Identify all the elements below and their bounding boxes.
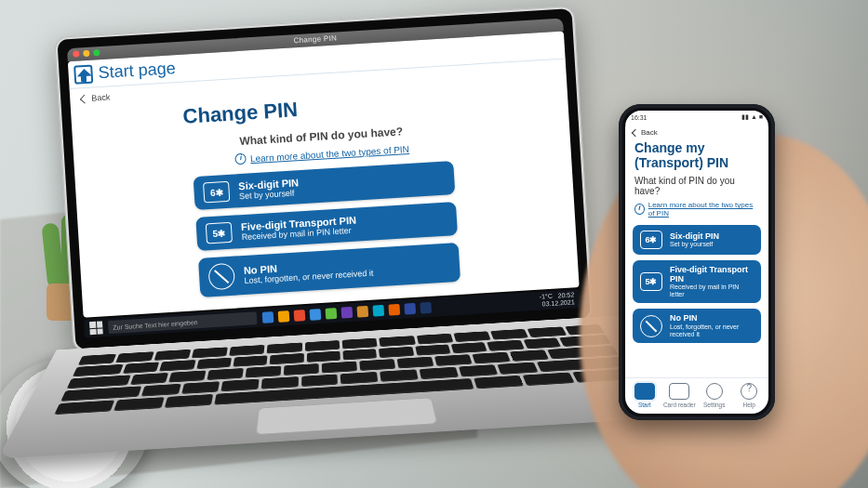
search-placeholder: Zur Suche Text hier eingeben (113, 319, 198, 331)
taskbar-app-icon[interactable] (341, 307, 354, 319)
phone-learn-more-text: Learn more about the two types of PIN (648, 201, 759, 218)
app-window: Start page Back Change PIN What kind of … (68, 32, 580, 318)
taskbar-temp: -1°C (540, 293, 553, 300)
help-icon (741, 383, 757, 400)
nav-help[interactable]: Help (732, 383, 768, 408)
six-pin-icon: 6✱ (640, 231, 662, 249)
taskbar-clock[interactable]: -1°C 20:52 03.12.2021 (540, 292, 575, 309)
option-desc: Lost, forgotten, or never received it (670, 323, 754, 337)
option-title: Six-digit PIN (670, 232, 719, 241)
phone-page-title: Change my (Transport) PIN (625, 138, 768, 176)
phone-learn-more-link[interactable]: Learn more about the two types of PIN (625, 201, 768, 225)
phone-option-six-digit-pin[interactable]: 6✱ Six-digit PIN Set by yourself (633, 225, 761, 255)
pin-options: 6✱ Six-digit PIN Set by yourself 5✱ Five… (113, 156, 541, 303)
photo-scene: Change PIN Start page Back Change PIN Wh… (0, 0, 868, 488)
phone-option-no-pin[interactable]: No PIN Lost, forgotten, or never receive… (633, 309, 761, 343)
home-icon (634, 383, 655, 400)
no-pin-icon (207, 263, 235, 291)
window-title: Change PIN (293, 33, 337, 45)
option-desc: Set by yourself (670, 241, 719, 248)
five-pin-icon: 5✱ (206, 222, 233, 244)
taskbar-app-icon[interactable] (262, 311, 274, 323)
smartphone: 16:31 ▮▮ ▲ ■ Back Change my (Transport) … (619, 104, 775, 420)
taskbar-app-icon[interactable] (388, 304, 400, 316)
back-label: Back (91, 92, 111, 102)
phone-option-five-digit-transport-pin[interactable]: 5✱ Five-digit Transport PIN Received by … (633, 260, 761, 303)
six-pin-icon: 6✱ (203, 181, 230, 204)
back-button[interactable]: Back (70, 86, 122, 110)
window-minimize-icon[interactable] (83, 50, 89, 57)
laptop-screen: Change PIN Start page Back Change PIN Wh… (57, 8, 590, 350)
taskbar-search[interactable]: Zur Suche Text hier eingeben (108, 311, 258, 334)
phone-screen: 16:31 ▮▮ ▲ ■ Back Change my (Transport) … (625, 111, 768, 414)
taskbar-app-icon[interactable] (310, 309, 322, 321)
phone-page-subtitle: What kind of PIN do you have? (625, 176, 768, 201)
phone-status-bar: 16:31 ▮▮ ▲ ■ (625, 111, 768, 124)
window-maximize-icon[interactable] (93, 49, 100, 56)
five-pin-icon: 5✱ (640, 272, 662, 291)
laptop-lid: Change PIN Start page Back Change PIN Wh… (54, 6, 594, 353)
phone-back-label: Back (641, 128, 658, 137)
no-pin-icon (640, 315, 662, 337)
gear-icon (706, 383, 723, 400)
taskbar-app-icon[interactable] (372, 305, 384, 317)
taskbar-date: 03.12.2021 (541, 298, 574, 307)
option-title: No PIN (670, 314, 754, 323)
info-icon (235, 153, 247, 165)
nav-card-reader[interactable]: Card reader (662, 383, 698, 408)
option-title: Five-digit Transport PIN (670, 266, 754, 284)
nav-label: Start (638, 402, 651, 408)
card-reader-icon (669, 383, 689, 400)
home-icon[interactable] (73, 64, 93, 84)
option-five-digit-transport-pin[interactable]: 5✱ Five-digit Transport PIN Received by … (195, 202, 458, 251)
option-no-pin[interactable]: No PIN Lost, forgotten, or never receive… (198, 243, 461, 297)
window-close-icon[interactable] (73, 50, 79, 57)
phone-bottom-nav: Start Card reader Settings Help (625, 377, 768, 414)
taskbar-app-icon[interactable] (420, 302, 432, 314)
laptop-trackpad (255, 397, 437, 435)
taskbar-app-icon[interactable] (278, 310, 290, 323)
status-icons: ▮▮ ▲ ■ (741, 113, 763, 121)
taskbar-app-icon[interactable] (356, 306, 368, 318)
windows-start-icon[interactable] (89, 321, 103, 335)
taskbar-app-icon[interactable] (404, 303, 416, 315)
info-icon (634, 204, 645, 215)
start-page-link[interactable]: Start page (98, 59, 176, 83)
nav-label: Settings (703, 402, 726, 408)
chevron-left-icon (632, 128, 639, 136)
nav-label: Card reader (663, 402, 696, 408)
nav-label: Help (743, 402, 755, 408)
taskbar-app-icon[interactable] (326, 308, 338, 320)
nav-start[interactable]: Start (627, 383, 662, 408)
taskbar-pinned-apps (262, 302, 432, 323)
learn-more-text: Learn more about the two types of PIN (250, 143, 410, 163)
option-desc: Received by mail in PIN letter (670, 284, 754, 297)
laptop: Change PIN Start page Back Change PIN Wh… (54, 5, 615, 473)
status-time: 16:31 (631, 114, 648, 121)
taskbar-app-icon[interactable] (294, 310, 306, 322)
nav-settings[interactable]: Settings (697, 383, 732, 408)
phone-back-button[interactable]: Back (625, 124, 768, 138)
option-six-digit-pin[interactable]: 6✱ Six-digit PIN Set by yourself (194, 161, 456, 210)
phone-pin-options: 6✱ Six-digit PIN Set by yourself 5✱ Five… (625, 225, 768, 343)
chevron-left-icon (80, 94, 89, 103)
